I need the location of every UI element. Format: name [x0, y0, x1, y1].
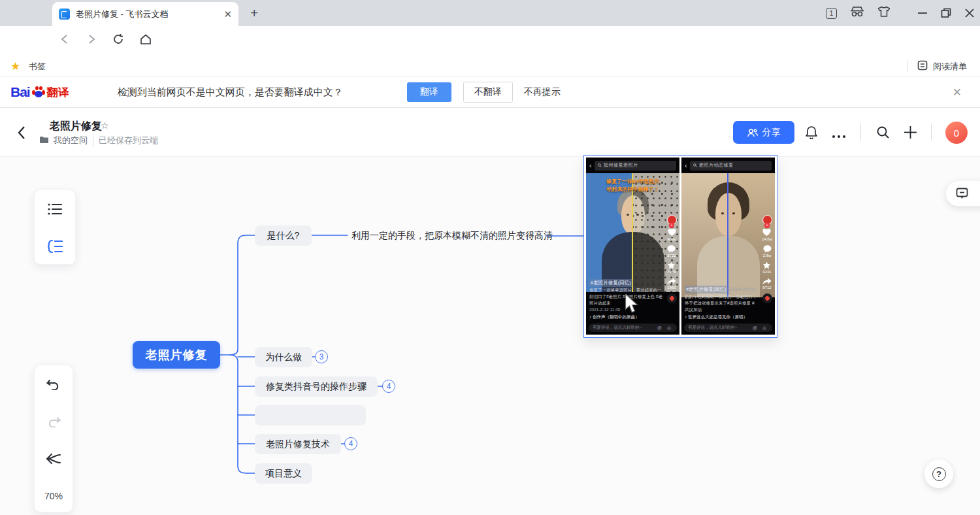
mindmap-root-node[interactable]: 老照片修复: [133, 341, 220, 369]
music-disc-icon: [667, 293, 677, 303]
save-status: 已经保存到云端: [99, 135, 158, 146]
add-icon[interactable]: [904, 125, 917, 142]
browser-window: 老照片修复 - 飞书云文档 ✕ + 1: [0, 0, 980, 515]
collapse-branches-icon[interactable]: [46, 452, 61, 468]
favorite-button: 7056: [667, 261, 676, 274]
canvas-controls-panel: 70%: [34, 365, 73, 512]
tab-close-icon[interactable]: ✕: [223, 8, 232, 20]
share-button: 1865: [667, 278, 676, 290]
comment-input-bar: 有爱评论，说点儿好听的~ @ ◎: [684, 324, 772, 332]
browser-tab[interactable]: 老照片修复 - 飞书云文档 ✕: [52, 2, 238, 26]
forward-icon[interactable]: [87, 35, 96, 46]
help-button[interactable]: ?: [924, 459, 953, 488]
mindmap-node-why[interactable]: 为什么做: [255, 347, 312, 367]
douyin-search-bar: 老照片动态修复: [690, 161, 772, 171]
reading-list-icon: [917, 60, 928, 73]
translate-bar-close-icon[interactable]: ✕: [953, 86, 962, 99]
mindmap-node-steps[interactable]: 修复类抖音号的操作步骤: [255, 376, 378, 397]
bell-icon[interactable]: [805, 125, 818, 142]
incognito-icon[interactable]: [850, 7, 864, 20]
collapse-count-badge[interactable]: 3: [315, 350, 328, 363]
collapse-count-badge[interactable]: 4: [382, 380, 395, 393]
douyin-action-rail: 4.8w 5822 7056 1865: [665, 215, 678, 303]
translate-bar: Bai 翻译 检测到当前网页不是中文网页，是否要翻译成中文？ 翻译 不翻译 不再…: [0, 77, 980, 108]
music-disc-icon: [762, 293, 772, 303]
comment-icon: [956, 188, 968, 199]
folder-icon: [39, 136, 48, 146]
avatar[interactable]: 0: [945, 122, 968, 144]
search-icon: [693, 163, 697, 167]
outline-view-button[interactable]: [35, 190, 75, 227]
mindmap-node-meaning[interactable]: 项目意义: [255, 463, 312, 484]
close-window-button[interactable]: [964, 8, 975, 18]
theme-tshirt-icon[interactable]: [877, 6, 890, 20]
mindmap-view-button[interactable]: [35, 227, 75, 265]
video-overlay-text: 修复了一张84年老照片 动起来的样子超棒了！: [586, 178, 679, 193]
uploader-avatar: [667, 215, 677, 225]
douyin-action-rail: 14.8w 2.8w 9231 8712: [760, 215, 774, 303]
redo-icon[interactable]: [46, 416, 61, 430]
dont-remind-button[interactable]: 不再提示: [524, 86, 561, 98]
minimize-button[interactable]: [917, 8, 928, 18]
mouse-cursor: [625, 294, 640, 314]
browser-toolbar: 译: [0, 26, 980, 55]
translate-message: 检测到当前网页不是中文网页，是否要翻译成中文？: [118, 86, 343, 99]
bookmark-bar: ★ 书签 阅读清单: [0, 55, 980, 77]
mindmap-node-tech[interactable]: 老照片修复技术: [255, 434, 341, 454]
bookmark-star-icon: ★: [10, 59, 20, 73]
mindmap-image-attachment[interactable]: ‹ 如何修复老照片: [583, 155, 777, 338]
comment-button: 2.8w: [763, 245, 772, 258]
search-icon: [598, 163, 602, 167]
breadcrumb-space[interactable]: 我的空间: [54, 135, 88, 146]
zoom-level[interactable]: 70%: [44, 491, 63, 501]
share-button: 8712: [762, 278, 772, 290]
undo-icon[interactable]: [46, 378, 61, 393]
view-toggle-panel: [34, 190, 76, 265]
bookmark-folder[interactable]: 书签: [29, 61, 46, 73]
feishu-favicon-icon: [59, 8, 70, 20]
baidu-logo: Bai: [10, 84, 30, 100]
share-label: 分享: [762, 127, 781, 139]
reload-icon[interactable]: [112, 33, 124, 48]
doc-star-icon[interactable]: ☆: [101, 120, 109, 131]
tab-count-badge[interactable]: 1: [826, 8, 837, 19]
back-icon: ‹: [685, 161, 687, 169]
people-icon: [747, 128, 758, 137]
doc-title[interactable]: 老照片修复: [50, 120, 102, 133]
doc-header: 老照片修复 ☆ 我的空间 已经保存到云端 分享 0: [0, 108, 980, 157]
back-icon[interactable]: [60, 35, 69, 46]
divider: [931, 124, 932, 141]
mindmap-node-what-detail[interactable]: 利用一定的手段，把原本模糊不清的照片变得高清: [351, 230, 553, 242]
collapse-count-badge[interactable]: 4: [344, 437, 357, 450]
translate-button[interactable]: 翻译: [407, 82, 451, 102]
doc-back-icon[interactable]: [17, 125, 26, 142]
divider: [904, 7, 904, 19]
baidu-paw-icon: [31, 86, 46, 99]
search-icon[interactable]: [876, 125, 890, 142]
more-icon[interactable]: [831, 129, 847, 141]
douyin-search-bar: 如何修复老照片: [595, 161, 676, 171]
mindmap-canvas[interactable]: 老照片修复 是什么? 利用一定的手段，把原本模糊不清的照片变得高清 为什么做 3…: [0, 157, 980, 515]
restore-button[interactable]: [941, 8, 951, 18]
like-button: 14.8w: [762, 229, 772, 241]
mindmap-node-what[interactable]: 是什么?: [255, 225, 312, 246]
comment-button: 5822: [667, 245, 676, 258]
emoji-at-icons: @ ◎: [657, 325, 673, 331]
no-translate-button[interactable]: 不翻译: [463, 82, 513, 103]
tab-bar: 老照片修复 - 飞书云文档 ✕ + 1: [0, 0, 980, 26]
reading-list-button[interactable]: 阅读清单: [933, 61, 967, 73]
share-button[interactable]: 分享: [733, 121, 794, 144]
question-icon: ?: [932, 467, 946, 481]
douyin-screenshot-right[interactable]: ‹ 老照片动态修复: [681, 158, 775, 335]
divider: [860, 124, 861, 141]
mindmap-node-empty[interactable]: [255, 405, 366, 425]
comment-input-bar: 有爱评论，说点儿好听的~ @ ◎: [589, 324, 677, 332]
home-icon[interactable]: [140, 34, 152, 48]
uploader-avatar: [762, 215, 772, 225]
tab-title: 老照片修复 - 飞书云文档: [76, 8, 218, 20]
emoji-at-icons: @ ◎: [753, 325, 768, 331]
mindmap-connectors: [0, 157, 980, 515]
before-after-divider: [727, 173, 728, 297]
comment-panel-button[interactable]: [945, 180, 980, 207]
new-tab-button[interactable]: +: [250, 6, 258, 20]
